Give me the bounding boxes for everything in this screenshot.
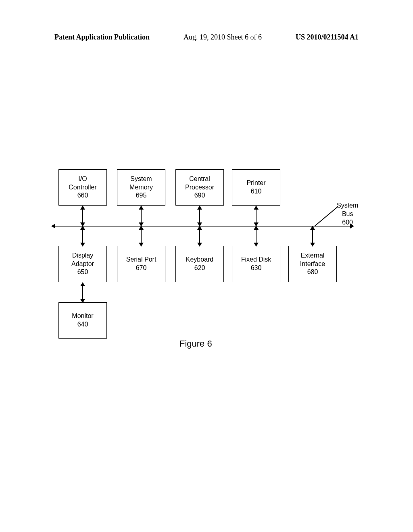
arr-cpu-up xyxy=(197,206,202,210)
mon-l2: 640 xyxy=(77,320,88,329)
mem-l3: 695 xyxy=(136,191,147,200)
disp-l2: Adaptor xyxy=(71,260,94,268)
display-adaptor-box: Display Adaptor 650 xyxy=(58,246,107,282)
central-processor-box: Central Processor 690 xyxy=(175,169,224,206)
printer-box: Printer 610 xyxy=(232,169,280,206)
system-memory-box: System Memory 695 xyxy=(117,169,165,206)
arr-mon-up xyxy=(80,282,85,286)
mem-l1: System xyxy=(130,175,152,183)
header-center: Aug. 19, 2010 Sheet 6 of 6 xyxy=(184,33,262,42)
arr-mem-up xyxy=(139,206,144,210)
io-l3: 660 xyxy=(77,191,88,200)
arr-disp-down xyxy=(80,243,85,247)
external-interface-box: External Interface 680 xyxy=(288,246,337,282)
printer-l1: Printer xyxy=(246,179,265,187)
monitor-box: Monitor 640 xyxy=(58,302,107,339)
arr-printer-up xyxy=(254,206,259,210)
kbd-l2: 620 xyxy=(194,264,205,272)
arr-ext-down xyxy=(310,243,315,247)
ser-l2: 670 xyxy=(136,264,147,272)
bus-arrow-left xyxy=(51,224,55,229)
fixed-disk-box: Fixed Disk 630 xyxy=(232,246,280,282)
figure-caption: Figure 6 xyxy=(179,339,212,349)
bus-label-2: Bus xyxy=(337,210,358,218)
header-right: US 2010/0211504 A1 xyxy=(296,33,359,42)
mon-l1: Monitor xyxy=(72,312,93,320)
mem-l2: Memory xyxy=(129,183,153,192)
io-l1: I/O xyxy=(78,175,87,183)
fdisk-l2: 630 xyxy=(251,264,262,272)
arr-kbd-up xyxy=(197,226,202,230)
ext-l2: Interface xyxy=(300,260,325,268)
arr-fdisk-down xyxy=(254,243,259,247)
bus-leader-line xyxy=(315,206,338,226)
ext-l1: External xyxy=(301,251,325,260)
io-controller-box: I/O Controller 660 xyxy=(58,169,107,206)
bus-label-1: System xyxy=(337,202,358,210)
printer-l2: 610 xyxy=(251,187,262,196)
ext-l3: 680 xyxy=(307,268,318,276)
system-bus-line xyxy=(54,226,351,227)
io-l2: Controller xyxy=(69,183,96,192)
bus-label: System Bus 600 xyxy=(337,202,358,227)
cpu-l2: Processor xyxy=(185,183,214,192)
arr-ser-down xyxy=(139,243,144,247)
fdisk-l1: Fixed Disk xyxy=(241,256,271,264)
page-header: Patent Application Publication Aug. 19, … xyxy=(0,33,413,42)
block-diagram: System Bus 600 I/O Controller 660 System… xyxy=(54,169,361,359)
cpu-l3: 690 xyxy=(194,191,205,200)
keyboard-box: Keyboard 620 xyxy=(175,246,224,282)
arr-kbd-down xyxy=(197,243,202,247)
disp-l1: Display xyxy=(72,251,93,260)
cpu-l1: Central xyxy=(189,175,210,183)
disp-l3: 650 xyxy=(77,268,88,276)
header-left: Patent Application Publication xyxy=(54,33,150,42)
serial-port-box: Serial Port 670 xyxy=(117,246,165,282)
bus-label-3: 600 xyxy=(337,218,358,227)
arr-ext-up xyxy=(310,226,315,230)
arr-ser-up xyxy=(139,226,144,230)
arr-disp-up xyxy=(80,226,85,230)
kbd-l1: Keyboard xyxy=(186,256,214,264)
ser-l1: Serial Port xyxy=(126,256,156,264)
arr-fdisk-up xyxy=(254,226,259,230)
arr-io-up xyxy=(80,206,85,210)
